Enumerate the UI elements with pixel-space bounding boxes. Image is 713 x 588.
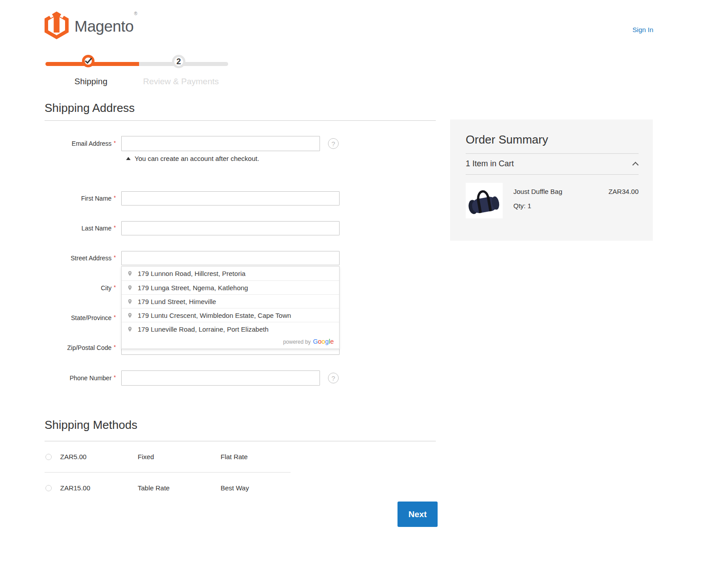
magento-logo-icon bbox=[45, 12, 69, 41]
required-asterisk: * bbox=[114, 195, 116, 201]
street-address-input[interactable] bbox=[121, 251, 340, 265]
order-summary-title: Order Summary bbox=[466, 133, 639, 147]
shipping-address-title: Shipping Address bbox=[45, 101, 436, 115]
required-asterisk: * bbox=[114, 284, 116, 291]
first-name-label: First Name* bbox=[45, 195, 116, 202]
address-suggestion[interactable]: 179 Lund Street, Himeville bbox=[122, 294, 339, 308]
cart-item-row: Joust Duffle Bag ZAR34.00 Qty: 1 bbox=[466, 183, 639, 218]
step-number: 2 bbox=[176, 57, 181, 66]
email-input[interactable] bbox=[121, 136, 320, 151]
magento-logo[interactable]: Magento® bbox=[45, 12, 137, 41]
required-asterisk: * bbox=[114, 314, 116, 321]
sign-in-link[interactable]: Sign In bbox=[632, 26, 653, 33]
cart-count-row[interactable]: 1 Item in Cart bbox=[466, 154, 639, 174]
last-name-field-row: Last Name* bbox=[45, 221, 436, 235]
shipping-method-price: ZAR15.00 bbox=[60, 484, 138, 492]
last-name-label: Last Name* bbox=[45, 225, 116, 232]
powered-by-text: powered by bbox=[283, 339, 311, 345]
product-price: ZAR34.00 bbox=[608, 188, 639, 195]
required-asterisk: * bbox=[114, 140, 116, 146]
shipping-method-type: Fixed bbox=[138, 453, 221, 461]
street-address-field-row: Street Address* 179 Lunnon Road, Hillcre… bbox=[45, 251, 436, 265]
divider bbox=[45, 120, 436, 121]
state-label: State/Province* bbox=[45, 314, 116, 321]
phone-help-icon[interactable]: ? bbox=[328, 373, 339, 383]
shipping-method-carrier: Best Way bbox=[221, 484, 249, 492]
map-pin-icon bbox=[127, 298, 133, 305]
email-note: You can create an account after checkout… bbox=[45, 155, 436, 162]
duffle-bag-image bbox=[466, 183, 503, 218]
email-note-text: You can create an account after checkout… bbox=[135, 155, 259, 162]
shipping-methods-title: Shipping Methods bbox=[45, 418, 436, 432]
phone-field-row: Phone Number* ? bbox=[45, 370, 436, 386]
address-suggestion[interactable]: 179 Luneville Road, Lorraine, Port Eliza… bbox=[122, 322, 339, 336]
trademark-symbol: ® bbox=[134, 11, 137, 16]
step-shipping-marker[interactable] bbox=[82, 55, 94, 67]
required-asterisk: * bbox=[114, 225, 116, 231]
address-suggestion[interactable]: 179 Lunnon Road, Hillcrest, Pretoria bbox=[122, 267, 339, 280]
cart-count-label: 1 Item in Cart bbox=[466, 159, 514, 169]
google-logo: Google bbox=[313, 338, 334, 345]
shipping-method-price: ZAR5.00 bbox=[60, 453, 138, 461]
step-review-label: Review & Payments bbox=[136, 77, 225, 86]
chevron-up-icon[interactable] bbox=[632, 162, 639, 168]
first-name-input[interactable] bbox=[121, 191, 340, 206]
product-image bbox=[466, 183, 503, 218]
email-field-row: Email Address* ? bbox=[45, 136, 436, 151]
street-address-label: Street Address* bbox=[45, 255, 116, 262]
email-label: Email Address* bbox=[45, 140, 116, 147]
shipping-address-section: Shipping Address Email Address* ? You ca… bbox=[45, 101, 436, 386]
map-pin-icon bbox=[127, 312, 133, 319]
next-button[interactable]: Next bbox=[397, 502, 438, 527]
step-review-marker: 2 bbox=[172, 55, 185, 68]
shipping-method-row-flat-rate: ZAR5.00 Fixed Flat Rate bbox=[45, 441, 436, 472]
checkmark-icon bbox=[85, 58, 92, 65]
step-shipping-label: Shipping bbox=[60, 77, 122, 86]
city-label: City* bbox=[45, 284, 116, 292]
phone-input[interactable] bbox=[121, 370, 320, 386]
last-name-input[interactable] bbox=[121, 221, 340, 235]
phone-label: Phone Number* bbox=[45, 374, 116, 382]
product-qty: Qty: 1 bbox=[513, 202, 639, 210]
email-help-icon[interactable]: ? bbox=[328, 138, 339, 149]
map-pin-icon bbox=[127, 325, 133, 333]
address-suggestion[interactable]: 179 Lunga Street, Ngema, Katlehong bbox=[122, 280, 339, 294]
required-asterisk: * bbox=[114, 344, 116, 350]
checkout-progress-bar: 2 Shipping Review & Payments bbox=[45, 53, 232, 91]
order-summary-panel: Order Summary 1 Item in Cart Joust Duff bbox=[450, 119, 653, 241]
address-autocomplete-dropdown: 179 Lunnon Road, Hillcrest, Pretoria 179… bbox=[121, 266, 340, 349]
shipping-method-radio[interactable] bbox=[45, 454, 52, 460]
google-attribution: powered by Google bbox=[122, 336, 339, 349]
required-asterisk: * bbox=[114, 255, 116, 261]
required-asterisk: * bbox=[114, 374, 116, 381]
zip-label: Zip/Postal Code* bbox=[45, 344, 116, 351]
address-suggestion[interactable]: 179 Luntu Crescent, Wimbledon Estate, Ca… bbox=[122, 308, 339, 322]
magento-logo-text: Magento® bbox=[74, 17, 137, 35]
product-name: Joust Duffle Bag bbox=[513, 188, 562, 195]
divider bbox=[466, 174, 639, 175]
shipping-methods-section: Shipping Methods ZAR5.00 Fixed Flat Rate… bbox=[45, 418, 436, 503]
shipping-method-row-best-way: ZAR15.00 Table Rate Best Way bbox=[45, 473, 436, 503]
map-pin-icon bbox=[127, 270, 133, 277]
shipping-method-carrier: Flat Rate bbox=[221, 453, 248, 461]
shipping-method-radio[interactable] bbox=[45, 485, 52, 491]
shipping-method-type: Table Rate bbox=[138, 484, 221, 492]
map-pin-icon bbox=[127, 284, 133, 292]
triangle-up-icon bbox=[126, 157, 131, 160]
first-name-field-row: First Name* bbox=[45, 191, 436, 206]
